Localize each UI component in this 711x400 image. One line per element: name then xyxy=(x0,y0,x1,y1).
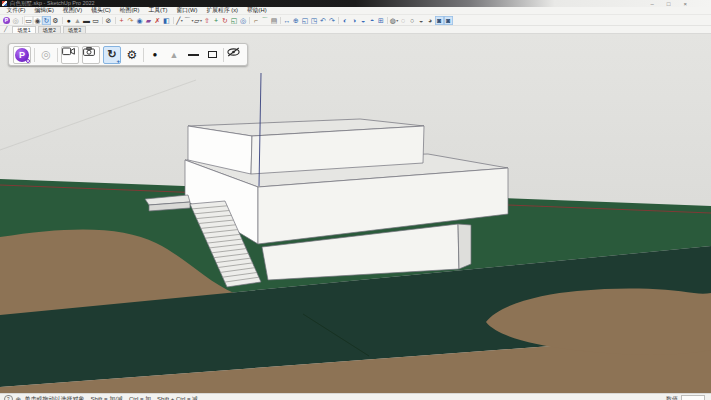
video-camera-button[interactable] xyxy=(61,46,79,64)
sync-view-icon[interactable]: ↻ xyxy=(42,16,51,25)
settings-gear-button[interactable]: ⚙ xyxy=(124,47,140,63)
section-plane-icon[interactable]: ▤ xyxy=(270,16,279,25)
geolocation-icon[interactable]: ⊕ xyxy=(16,396,22,400)
previous-view-icon[interactable]: ◒ xyxy=(359,16,368,25)
point-light-icon[interactable]: ● xyxy=(64,16,73,25)
push-pull-icon[interactable]: ⇧ xyxy=(203,16,212,25)
spot-light-icon[interactable]: ▲ xyxy=(73,16,82,25)
redo-icon[interactable]: ↷ xyxy=(328,16,337,25)
render-plugin-toolbar: P ◎ ↻ + ⚙ ● ▲ xyxy=(8,43,248,66)
photo-camera-icon[interactable]: ◉ xyxy=(33,16,42,25)
point-light-button[interactable]: ● xyxy=(147,47,163,63)
rotate-icon[interactable]: ↻ xyxy=(221,16,230,25)
menu-extensions[interactable]: 扩展程序 (x) xyxy=(202,6,243,15)
toolbar-separator xyxy=(57,48,58,62)
menu-file[interactable]: 文件(F) xyxy=(2,6,30,15)
next-view-icon[interactable]: ◓ xyxy=(368,16,377,25)
menu-camera[interactable]: 镜头(C) xyxy=(87,6,116,15)
position-camera-icon[interactable]: ▰ xyxy=(144,16,153,25)
area-light-button[interactable] xyxy=(204,47,220,63)
menu-help[interactable]: 帮助(H) xyxy=(242,6,271,15)
sync-view-icon: ↻ xyxy=(107,48,116,61)
record-animation-button[interactable]: ◎ xyxy=(38,47,54,63)
erase-icon[interactable]: ✗ xyxy=(153,16,162,25)
plugin-logo[interactable]: P xyxy=(13,46,31,64)
settings-gear-icon: ⚙ xyxy=(127,48,138,62)
record-animation-icon: ◎ xyxy=(41,48,51,61)
logo-dot xyxy=(26,59,30,63)
scene-tab-1[interactable]: 场景1 xyxy=(12,26,35,33)
menu-edit[interactable]: 编辑(E) xyxy=(30,6,58,15)
plugin-logo-small[interactable]: P xyxy=(2,16,11,25)
scene-tool-icon[interactable]: ╱ xyxy=(4,26,7,32)
help-icon[interactable]: ? xyxy=(4,395,13,400)
look-around-icon[interactable]: ◉ xyxy=(135,16,144,25)
wireframe-style-icon[interactable]: ○ xyxy=(408,16,417,25)
menu-draw[interactable]: 绘图(R) xyxy=(115,6,144,15)
app-icon xyxy=(2,1,7,6)
close-button[interactable]: × xyxy=(683,1,687,7)
pan-icon[interactable]: ↔ xyxy=(283,16,292,25)
maximize-button[interactable]: □ xyxy=(667,1,671,7)
arc-tool-icon[interactable]: ⌒▾ xyxy=(184,16,194,25)
menu-bar: 文件(F)编辑(E)视图(V)镜头(C)绘图(R)工具(T)窗口(W)扩展程序 … xyxy=(0,7,711,15)
monochrome-style-icon[interactable]: ◙ xyxy=(444,16,453,25)
zoom-icon[interactable]: ⊕ xyxy=(292,16,301,25)
model-canvas[interactable] xyxy=(0,34,711,393)
scene-tab-3[interactable]: 场景3 xyxy=(63,26,86,33)
scene-tab-2[interactable]: 场景2 xyxy=(38,26,61,33)
line-light-button[interactable] xyxy=(185,47,201,63)
point-light-icon: ● xyxy=(153,50,158,59)
model-viewport[interactable]: P ◎ ↻ + ⚙ ● ▲ xyxy=(0,34,711,393)
menu-view[interactable]: 视图(V) xyxy=(58,6,86,15)
toolbar-separator xyxy=(223,48,224,62)
undo-icon[interactable]: ↶ xyxy=(319,16,328,25)
zoom-extents-icon[interactable]: ◳ xyxy=(310,16,319,25)
tape-measure-icon[interactable]: ⌐ xyxy=(252,16,261,25)
eye-slash-icon xyxy=(227,47,240,57)
menu-tools[interactable]: 工具(T) xyxy=(144,6,172,15)
axes-icon[interactable]: + xyxy=(117,16,126,25)
area-light-icon[interactable]: ▭ xyxy=(91,16,100,25)
window-title: 白色别墅.skp - SketchUp Pro 2022 xyxy=(10,0,95,7)
bottom-slab-side xyxy=(458,224,471,269)
orbit-icon[interactable]: ◐ xyxy=(341,16,350,25)
follow-me-icon[interactable]: ↷ xyxy=(126,16,135,25)
settings-gear-icon[interactable]: ⚙ xyxy=(51,16,60,25)
zoom-window-icon[interactable]: ◱ xyxy=(301,16,310,25)
views-icon[interactable]: ⊞ xyxy=(377,16,386,25)
line-light-icon[interactable]: ▬ xyxy=(82,16,91,25)
textured-style-icon[interactable]: ◙ xyxy=(435,16,444,25)
sync-view-button[interactable]: ↻ + xyxy=(103,46,121,64)
shaded-style-icon[interactable]: ◕ xyxy=(426,16,435,25)
spot-light-button[interactable]: ▲ xyxy=(166,47,182,63)
styles-dropdown-icon[interactable]: ◍▾ xyxy=(390,16,399,25)
hide-lights-button[interactable] xyxy=(227,47,243,63)
protractor-icon[interactable]: ⌒ xyxy=(261,16,270,25)
scale-icon[interactable]: ◱ xyxy=(230,16,239,25)
line-tool-icon[interactable]: ╱▾ xyxy=(175,16,184,25)
status-help-text: 单击或拖动以选择对象。Shift = 加/减。Ctrl = 加。Shift + … xyxy=(24,395,663,400)
paint-bucket-icon[interactable]: ◧ xyxy=(162,16,171,25)
record-animation-icon[interactable]: ◎ xyxy=(11,16,20,25)
title-bar: 白色别墅.skp - SketchUp Pro 2022 – □ × xyxy=(0,0,711,7)
move-icon[interactable]: + xyxy=(212,16,221,25)
toolbar-separator xyxy=(22,17,23,24)
minimize-button[interactable]: – xyxy=(651,1,654,7)
line-light-icon xyxy=(188,54,199,56)
status-bar: ? ⊕ 单击或拖动以选择对象。Shift = 加/减。Ctrl = 加。Shif… xyxy=(0,393,711,400)
rectangle-tool-icon[interactable]: ▱▾ xyxy=(194,16,203,25)
photo-camera-button[interactable] xyxy=(82,46,100,64)
xray-style-icon[interactable]: ◌ xyxy=(399,16,408,25)
sketchup-window: { "window": { "title": "白色别墅.skp - Sketc… xyxy=(0,0,711,400)
video-camera-icon[interactable]: ▭ xyxy=(24,16,33,25)
toolbar-separator xyxy=(62,17,63,24)
measurements-input[interactable] xyxy=(681,395,705,400)
main-toolbar: P◎▭◉↻⚙●▲▬▭⊘+↷◉▰✗◧╱▾⌒▾▱▾⇧+↻◱◎⌐⌒▤↔⊕◱◳↶↷◐◑◒… xyxy=(0,15,711,26)
offset-icon[interactable]: ◎ xyxy=(239,16,248,25)
pan-view-icon[interactable]: ◑ xyxy=(350,16,359,25)
menu-window[interactable]: 窗口(W) xyxy=(172,6,202,15)
hide-lights-icon[interactable]: ⊘ xyxy=(104,16,113,25)
plugin-logo-icon: P xyxy=(15,48,29,62)
hidden-line-style-icon[interactable]: ◒ xyxy=(417,16,426,25)
